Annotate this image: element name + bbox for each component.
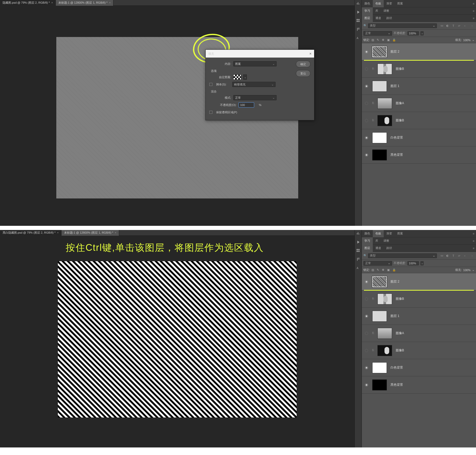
panel-tab[interactable]: 颜色: [362, 0, 373, 7]
filter-kind-select[interactable]: 类型 ⌄: [368, 253, 437, 258]
close-icon[interactable]: ×: [309, 52, 312, 56]
play-icon[interactable]: [356, 240, 360, 244]
reset-button[interactable]: 复位: [296, 70, 310, 77]
histogram-icon[interactable]: [356, 2, 360, 5]
layer-row[interactable]: 图层 1: [362, 78, 476, 95]
layer-row[interactable]: ⎘ 图像B: [362, 290, 476, 308]
link-icon[interactable]: ⎘: [372, 331, 376, 335]
layer-name[interactable]: 图层 2: [390, 279, 399, 284]
layer-thumbnail[interactable]: [377, 64, 392, 74]
content-select[interactable]: 图案⌄: [233, 61, 277, 66]
layer-name[interactable]: 黑色背景: [390, 383, 403, 387]
link-icon[interactable]: ⎘: [372, 297, 376, 301]
layer-thumbnail[interactable]: [372, 132, 387, 143]
panel-tab[interactable]: 色板: [373, 0, 384, 7]
panel-tab[interactable]: 学习: [362, 7, 373, 15]
layer-name[interactable]: 图像B: [396, 348, 404, 353]
flyout-icon[interactable]: ≡: [471, 232, 476, 235]
layer-thumbnail[interactable]: [377, 115, 392, 126]
layer-thumbnail[interactable]: [377, 345, 392, 356]
close-icon[interactable]: ×: [51, 1, 53, 4]
visibility-toggle[interactable]: [362, 366, 371, 369]
canvas[interactable]: [58, 261, 297, 417]
filter-smart-icon[interactable]: ▫: [462, 23, 467, 28]
panel-tab[interactable]: 调整: [381, 7, 392, 15]
document-tab[interactable]: 黑白隐藏图.psd @ 79% (图层 2, RGB/8) * ×: [0, 230, 62, 236]
visibility-toggle[interactable]: [362, 102, 371, 105]
script-checkbox[interactable]: [209, 83, 212, 86]
visibility-toggle[interactable]: [362, 332, 371, 335]
layer-row[interactable]: ⎘ 图像B: [362, 60, 476, 78]
fill-chevron[interactable]: ⌄: [472, 268, 474, 272]
layer-thumbnail[interactable]: [372, 311, 387, 322]
flyout-icon[interactable]: ≡: [471, 247, 476, 250]
panel-tab[interactable]: 渐变: [384, 0, 395, 7]
layer-row[interactable]: 白色背景: [362, 359, 476, 376]
pattern-picker-chevron[interactable]: ⌄: [243, 74, 247, 80]
panel-tab[interactable]: 图案: [395, 0, 406, 7]
visibility-toggle[interactable]: [362, 153, 371, 157]
layer-row[interactable]: 图层 2: [362, 43, 476, 60]
lock-all-icon[interactable]: 🔒: [392, 268, 396, 272]
lock-all-icon[interactable]: 🔒: [392, 38, 396, 42]
visibility-toggle[interactable]: [362, 85, 371, 88]
lock-artboard-icon[interactable]: ▣: [387, 38, 391, 42]
document-tab[interactable]: 未标题-1 @ 12800% (图层 1, RGB/8) * ×: [56, 0, 113, 6]
layer-thumbnail[interactable]: [377, 294, 392, 304]
layer-row[interactable]: ⎘ 图像B: [362, 112, 476, 129]
visibility-toggle[interactable]: [362, 383, 371, 387]
layer-thumbnail[interactable]: [372, 362, 387, 373]
filter-toggle-icon[interactable]: ◦: [470, 23, 474, 28]
layer-row[interactable]: 图层 1: [362, 308, 476, 325]
close-icon[interactable]: ×: [57, 231, 59, 234]
layer-name[interactable]: 白色背景: [390, 135, 403, 140]
layer-name[interactable]: 图像B: [396, 67, 404, 71]
flyout-icon[interactable]: ≡: [471, 9, 476, 13]
layer-name[interactable]: 图层 2: [390, 49, 399, 54]
layer-name[interactable]: 图像A: [396, 101, 404, 105]
panel-tab[interactable]: 库: [373, 237, 381, 245]
opacity-chevron[interactable]: ⌄: [420, 261, 424, 265]
link-icon[interactable]: ⎘: [372, 67, 376, 71]
layer-row[interactable]: 白色背景: [362, 129, 476, 146]
layer-thumbnail[interactable]: [372, 276, 387, 287]
layer-name[interactable]: 图像B: [396, 118, 404, 123]
visibility-toggle[interactable]: [362, 119, 371, 122]
layer-thumbnail[interactable]: [377, 328, 392, 339]
visibility-toggle[interactable]: [362, 136, 371, 139]
flyout-icon[interactable]: ≡: [471, 239, 476, 242]
document-tab[interactable]: 隐藏图.psd @ 79% (图层 2, RGB/8) * ×: [0, 0, 56, 6]
visibility-toggle[interactable]: [362, 297, 371, 301]
layer-row[interactable]: 图层 2: [362, 273, 476, 290]
lock-pixels-icon[interactable]: ▨: [371, 268, 375, 272]
search-icon[interactable]: 🔍: [363, 24, 367, 27]
opacity-value[interactable]: 100%: [407, 31, 419, 35]
layer-thumbnail[interactable]: [372, 81, 387, 92]
pattern-swatch[interactable]: [233, 74, 241, 80]
histogram-icon[interactable]: [356, 232, 360, 235]
layer-name[interactable]: 图层 1: [390, 314, 399, 318]
panel-tab[interactable]: 库: [373, 7, 381, 15]
link-icon[interactable]: ⎘: [372, 348, 376, 353]
search-icon[interactable]: 🔍: [363, 254, 367, 257]
layer-row[interactable]: ⎘ 图像A: [362, 95, 476, 112]
panel-tab[interactable]: 路径: [384, 245, 395, 252]
dialog-titlebar[interactable]: 填充 ×: [206, 50, 314, 58]
document-tab[interactable]: 未标题-1 @ 12800% (图层 1, RGB/8) * ×: [62, 230, 119, 236]
panel-tab[interactable]: 通道: [373, 15, 384, 22]
layer-row[interactable]: ⎘ 图像B: [362, 342, 476, 359]
character-icon[interactable]: A: [356, 36, 360, 40]
visibility-toggle[interactable]: [362, 280, 371, 283]
ok-button[interactable]: 确定: [296, 61, 310, 67]
lock-move-icon[interactable]: ✥: [382, 38, 386, 42]
visibility-toggle[interactable]: [362, 67, 371, 71]
panel-tab[interactable]: 渐变: [384, 230, 395, 237]
layer-thumbnail[interactable]: [377, 98, 392, 109]
panel-tab[interactable]: 通道: [373, 245, 384, 252]
filter-image-icon[interactable]: ▭: [440, 253, 444, 258]
swatches-icon[interactable]: [356, 249, 360, 253]
panel-tab[interactable]: 学习: [362, 237, 373, 245]
paragraph-icon[interactable]: [356, 27, 360, 31]
layer-row[interactable]: ⎘ 图像A: [362, 325, 476, 342]
lock-artboard-icon[interactable]: ▣: [387, 268, 391, 272]
